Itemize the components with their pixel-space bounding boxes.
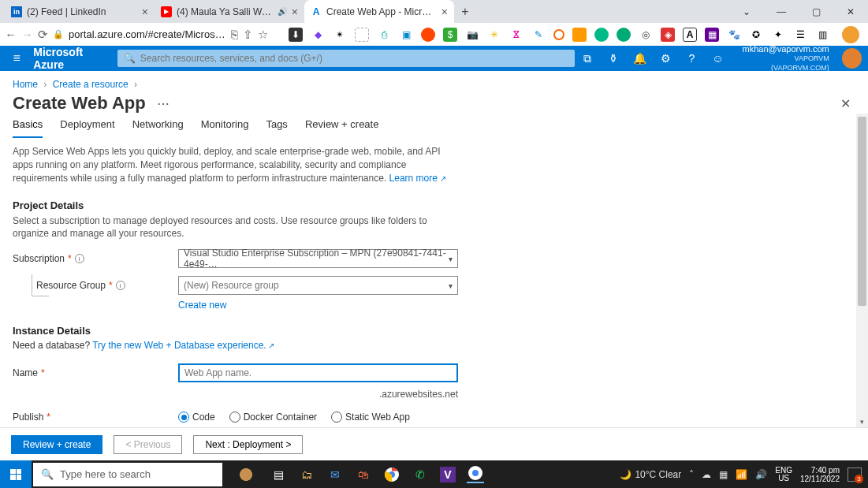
- browser-tab-youtube[interactable]: ▶ (4) Maula Ya Salli Wa Sallim 🔊 ×: [155, 0, 304, 23]
- scroll-thumb[interactable]: [858, 117, 866, 306]
- extension-icon[interactable]: ✪: [749, 28, 763, 42]
- publish-docker-radio[interactable]: Docker Container: [229, 412, 317, 423]
- subscription-select[interactable]: Visual Studio Enterprise Subscription – …: [178, 249, 458, 268]
- extension-icon[interactable]: ⬇: [289, 28, 303, 42]
- cloud-shell-icon[interactable]: ⧉: [575, 46, 601, 71]
- previous-button[interactable]: < Previous: [114, 435, 182, 454]
- extension-icon[interactable]: [617, 28, 631, 42]
- extension-icon[interactable]: ✎: [531, 28, 546, 42]
- extension-icon[interactable]: ◎: [639, 28, 653, 42]
- file-explorer-icon[interactable]: 🗂: [298, 466, 315, 483]
- start-button[interactable]: [0, 460, 32, 488]
- account-info[interactable]: mkhan@vaporvm.com VAPORVM (VAPORVM.COM): [731, 44, 836, 73]
- more-actions-icon[interactable]: ⋯: [157, 96, 171, 111]
- close-icon[interactable]: ×: [292, 6, 298, 18]
- whatsapp-icon[interactable]: ✆: [412, 466, 429, 483]
- extension-icon[interactable]: ✴: [333, 28, 347, 42]
- volume-icon[interactable]: 🔊: [755, 469, 767, 480]
- weather-widget[interactable]: 🌙10°C Clear: [620, 469, 681, 480]
- browser-tab-linkedin[interactable]: in (2) Feed | LinkedIn ×: [5, 0, 155, 23]
- install-app-icon[interactable]: ⎘: [231, 25, 238, 44]
- review-create-button[interactable]: Review + create: [11, 435, 102, 454]
- avatar[interactable]: [842, 48, 862, 69]
- learn-more-link[interactable]: Learn more: [389, 173, 446, 184]
- reading-list-icon[interactable]: ☰: [793, 28, 807, 42]
- info-icon[interactable]: i: [116, 281, 125, 290]
- clock[interactable]: 7:40 pm 12/11/2022: [800, 466, 840, 483]
- close-icon[interactable]: ×: [441, 6, 448, 18]
- publish-static-radio[interactable]: Static Web App: [331, 412, 410, 423]
- extension-icon[interactable]: ▣: [399, 28, 413, 42]
- breadcrumb-home[interactable]: Home: [13, 79, 38, 90]
- extension-icon[interactable]: ⎙: [377, 28, 391, 42]
- extension-icon[interactable]: [553, 29, 564, 40]
- extension-icon[interactable]: 📷: [465, 28, 479, 42]
- hamburger-icon[interactable]: ≡: [0, 51, 33, 65]
- chevron-down-icon[interactable]: ⌄: [729, 0, 764, 23]
- publish-code-radio[interactable]: Code: [178, 412, 215, 423]
- extension-icon[interactable]: [572, 28, 587, 42]
- tab-basics[interactable]: Basics: [13, 114, 43, 138]
- extension-icon[interactable]: ✳: [487, 28, 501, 42]
- extension-icon[interactable]: [355, 28, 369, 42]
- extension-icon[interactable]: 🐾: [727, 28, 741, 42]
- tab-networking[interactable]: Networking: [132, 114, 184, 138]
- mail-icon[interactable]: ✉: [326, 466, 344, 483]
- back-button[interactable]: ←: [5, 25, 17, 44]
- tab-tags[interactable]: Tags: [266, 114, 287, 138]
- extension-icon[interactable]: [594, 28, 609, 42]
- webapp-name-input[interactable]: [178, 363, 458, 382]
- tab-monitoring[interactable]: Monitoring: [201, 114, 249, 138]
- extension-icon[interactable]: ⴵ: [509, 28, 523, 42]
- browser-tab-azure[interactable]: A Create Web App - Microsoft Azu ×: [304, 0, 454, 23]
- forward-button[interactable]: →: [21, 25, 33, 44]
- audio-playing-icon[interactable]: 🔊: [278, 7, 287, 16]
- onedrive-icon[interactable]: ☁: [702, 469, 711, 480]
- extension-icon[interactable]: [421, 28, 435, 42]
- next-button[interactable]: Next : Deployment >: [193, 435, 303, 454]
- notifications-icon[interactable]: 🔔: [627, 46, 653, 71]
- vertical-scrollbar[interactable]: ▾: [856, 114, 868, 427]
- visual-studio-icon[interactable]: V: [440, 467, 456, 482]
- filter-icon[interactable]: ⚱: [601, 46, 627, 71]
- extensions-puzzle-icon[interactable]: ✦: [771, 28, 785, 42]
- action-center-icon[interactable]: [848, 468, 862, 482]
- extension-icon[interactable]: ▦: [705, 28, 719, 42]
- help-icon[interactable]: ?: [679, 46, 705, 71]
- star-icon[interactable]: ☆: [258, 25, 268, 44]
- extension-icon[interactable]: ◆: [311, 28, 325, 42]
- global-search[interactable]: 🔍: [117, 50, 575, 67]
- side-panel-icon[interactable]: ▥: [815, 28, 829, 42]
- close-icon[interactable]: ×: [142, 6, 148, 18]
- extension-icon[interactable]: $: [443, 28, 457, 42]
- feedback-icon[interactable]: ☺: [705, 46, 731, 71]
- language-indicator[interactable]: ENG US: [775, 467, 792, 482]
- close-window-button[interactable]: ✕: [833, 0, 868, 23]
- minimize-button[interactable]: —: [764, 0, 799, 23]
- wifi-icon[interactable]: 📶: [736, 469, 747, 480]
- profile-avatar[interactable]: [842, 26, 859, 43]
- eagle-icon[interactable]: [233, 466, 259, 483]
- resource-group-select[interactable]: (New) Resource group ▾: [178, 276, 458, 295]
- create-new-rg-link[interactable]: Create new: [178, 300, 844, 311]
- maximize-button[interactable]: ▢: [799, 0, 833, 23]
- gear-icon[interactable]: ⚙: [653, 46, 679, 71]
- taskbar-search[interactable]: 🔍 Type here to search: [33, 463, 222, 486]
- extension-icon[interactable]: A: [683, 28, 697, 42]
- new-tab-button[interactable]: +: [454, 1, 476, 23]
- store-icon[interactable]: 🛍: [355, 466, 372, 483]
- task-view-icon[interactable]: ▤: [270, 466, 287, 483]
- chevron-up-icon[interactable]: ˄: [689, 469, 694, 480]
- scroll-down-icon[interactable]: ▾: [856, 416, 868, 427]
- chrome-icon[interactable]: [383, 466, 400, 483]
- close-blade-icon[interactable]: ✕: [840, 96, 855, 111]
- meet-now-icon[interactable]: ▦: [719, 469, 728, 480]
- reload-button[interactable]: ⟳: [38, 25, 48, 44]
- web-database-link[interactable]: Try the new Web + Database experience.: [92, 340, 274, 351]
- tab-review[interactable]: Review + create: [305, 114, 379, 138]
- info-icon[interactable]: i: [75, 254, 84, 263]
- search-input[interactable]: [140, 53, 568, 64]
- share-icon[interactable]: ⇪: [243, 25, 253, 44]
- breadcrumb-create-resource[interactable]: Create a resource: [53, 79, 129, 90]
- url-display[interactable]: 🔒 portal.azure.com/#create/Microsoft.W…: [53, 28, 226, 40]
